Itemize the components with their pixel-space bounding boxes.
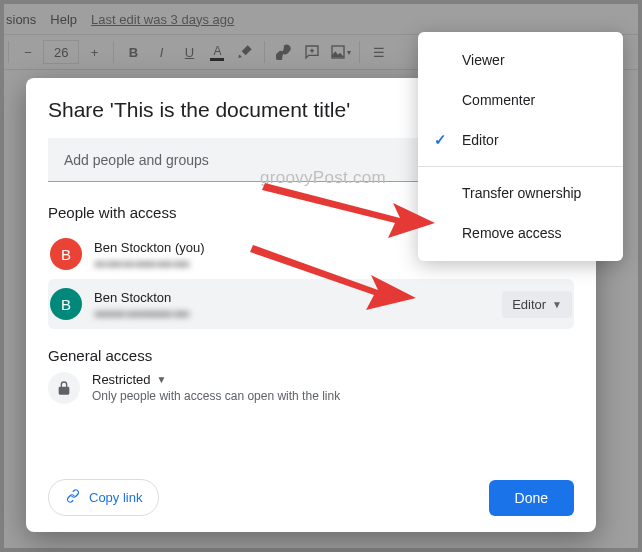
role-option-viewer[interactable]: Viewer xyxy=(418,40,623,80)
lock-icon xyxy=(48,372,80,404)
avatar: B xyxy=(50,238,82,270)
role-option-remove-access[interactable]: Remove access xyxy=(418,213,623,253)
done-button[interactable]: Done xyxy=(489,480,574,516)
add-people-placeholder: Add people and groups xyxy=(64,152,209,168)
chevron-down-icon: ▼ xyxy=(552,299,562,310)
role-label: Editor xyxy=(512,297,546,312)
general-access-heading: General access xyxy=(48,347,574,364)
access-level-description: Only people with access can open with th… xyxy=(92,389,340,403)
role-option-commenter[interactable]: Commenter xyxy=(418,80,623,120)
chevron-down-icon: ▼ xyxy=(157,374,167,385)
copy-link-label: Copy link xyxy=(89,490,142,505)
role-option-editor[interactable]: Editor xyxy=(418,120,623,160)
menu-separator xyxy=(418,166,623,167)
person-email-blurred: ■■ ■■■ ■■ ■■■■ ■■■ ■■■ xyxy=(94,258,244,268)
link-icon xyxy=(65,488,81,507)
role-option-transfer-ownership[interactable]: Transfer ownership xyxy=(418,173,623,213)
person-email-blurred: ■■■■■■ ■■■■■■■■■ ■■■ xyxy=(94,308,244,318)
role-dropdown-button[interactable]: Editor ▼ xyxy=(502,291,572,318)
person-name: Ben Stockton xyxy=(94,290,502,305)
avatar: B xyxy=(50,288,82,320)
person-row-editor: B Ben Stockton ■■■■■■ ■■■■■■■■■ ■■■ Edit… xyxy=(48,279,574,329)
role-dropdown-menu: Viewer Commenter Editor Transfer ownersh… xyxy=(418,32,623,261)
copy-link-button[interactable]: Copy link xyxy=(48,479,159,516)
access-level-dropdown[interactable]: Restricted ▼ xyxy=(92,372,340,387)
access-level-label: Restricted xyxy=(92,372,151,387)
